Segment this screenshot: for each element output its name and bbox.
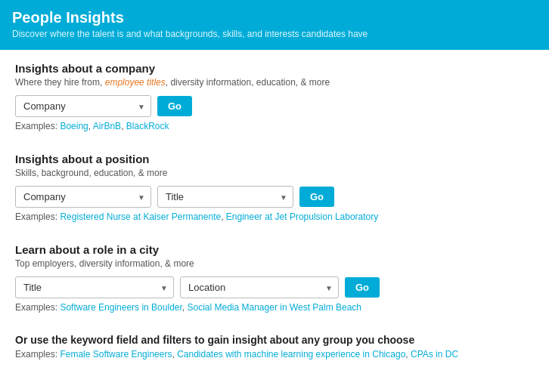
company-section: Insights about a company Where they hire…: [15, 62, 534, 131]
page-subtitle: Discover where the talent is and what ba…: [12, 29, 537, 39]
position-title-select[interactable]: Title: [157, 186, 293, 208]
company-subtitle-highlight: employee titles: [105, 77, 166, 88]
position-company-select[interactable]: Company: [15, 186, 151, 208]
position-controls: Company ▼ Title ▼ Go: [15, 186, 534, 208]
keyword-example-female-engineers[interactable]: Female Software Engineers: [60, 349, 172, 360]
role-location-select-wrapper[interactable]: Location ▼: [180, 276, 339, 298]
position-examples: Examples: Registered Nurse at Kaiser Per…: [15, 211, 534, 222]
position-title-select-wrapper[interactable]: Title ▼: [157, 186, 293, 208]
keyword-heading: Or use the keyword field and filters to …: [15, 334, 534, 346]
role-city-example-westpalm[interactable]: Social Media Manager in West Palm Beach: [187, 302, 361, 313]
position-section: Insights about a position Skills, backgr…: [15, 153, 534, 222]
keyword-section: Or use the keyword field and filters to …: [15, 334, 534, 360]
main-content: Insights about a company Where they hire…: [0, 50, 549, 392]
page-header: People Insights Discover where the talen…: [0, 0, 549, 50]
company-example-airbnb[interactable]: AirBnB: [93, 121, 121, 131]
company-controls: Company ▼ Go: [15, 95, 534, 117]
keyword-examples: Examples: Female Software Engineers, Can…: [15, 349, 534, 360]
company-example-blackrock[interactable]: BlackRock: [126, 121, 169, 131]
role-city-examples: Examples: Software Engineers in Boulder,…: [15, 302, 534, 313]
role-city-example-boulder[interactable]: Software Engineers in Boulder: [60, 302, 181, 313]
role-city-section: Learn about a role in a city Top employe…: [15, 243, 534, 313]
role-location-select[interactable]: Location: [180, 276, 339, 298]
company-examples: Examples: Boeing, AirBnB, BlackRock: [15, 121, 534, 131]
company-go-button[interactable]: Go: [157, 96, 192, 116]
role-city-subtitle: Top employers, diversity information, & …: [15, 258, 534, 269]
role-city-examples-label: Examples:: [15, 302, 57, 313]
keyword-example-ml-chicago[interactable]: Candidates with machine learning experie…: [177, 349, 405, 360]
role-city-go-button[interactable]: Go: [345, 277, 380, 298]
position-example-engineer[interactable]: Engineer at Jet Propulsion Laboratory: [226, 211, 378, 222]
company-examples-label: Examples:: [15, 121, 57, 131]
role-city-heading: Learn about a role in a city: [15, 243, 534, 256]
position-company-select-wrapper[interactable]: Company ▼: [15, 186, 151, 208]
position-go-button[interactable]: Go: [299, 187, 334, 207]
position-section-subtitle: Skills, background, education, & more: [15, 168, 534, 178]
company-select[interactable]: Company: [15, 95, 151, 117]
position-examples-label: Examples:: [15, 211, 57, 222]
company-section-heading: Insights about a company: [15, 62, 534, 75]
company-select-wrapper[interactable]: Company ▼: [15, 95, 151, 117]
role-city-controls: Title ▼ Location ▼ Go: [15, 276, 534, 298]
keyword-example-cpas-dc[interactable]: CPAs in DC: [411, 349, 458, 360]
company-example-boeing[interactable]: Boeing: [60, 121, 88, 131]
page-title: People Insights: [12, 9, 537, 26]
role-title-select-wrapper[interactable]: Title ▼: [15, 276, 174, 298]
position-example-nurse[interactable]: Registered Nurse at Kaiser Permanente: [60, 211, 221, 222]
position-section-heading: Insights about a position: [15, 153, 534, 165]
keyword-examples-label: Examples:: [15, 349, 57, 360]
company-section-subtitle: Where they hire from, employee titles, d…: [15, 77, 534, 88]
role-title-select[interactable]: Title: [15, 276, 174, 298]
